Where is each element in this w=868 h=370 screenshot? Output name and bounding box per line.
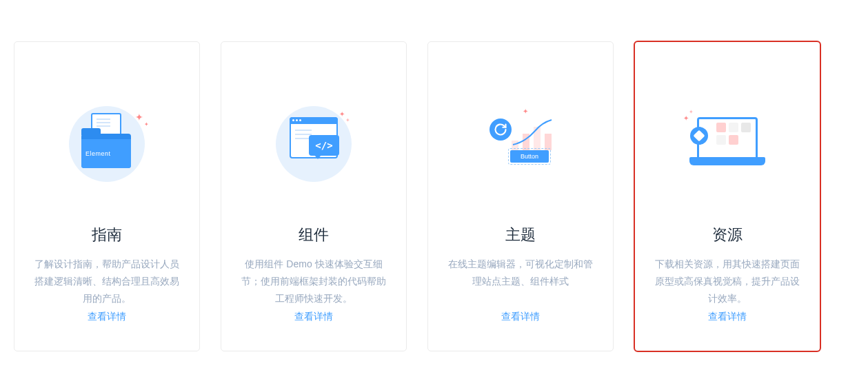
component-icon: </> ✦ ✦ <box>276 106 352 182</box>
card-theme-description: 在线主题编辑器，可视化定制和管理站点主题、组件样式 <box>442 256 599 290</box>
resource-icon: ✦ ✦ <box>686 106 769 182</box>
theme-button-label: Button <box>521 153 538 160</box>
code-tag-label: </> <box>315 140 332 151</box>
card-theme[interactable]: Button ✦ 主题 在线主题编辑器，可视化定制和管理站点主题、组件样式 查看… <box>427 41 614 351</box>
guide-folder-label: Element <box>85 150 111 157</box>
card-theme-link[interactable]: 查看详情 <box>501 311 540 323</box>
theme-icon: Button ✦ <box>483 106 558 182</box>
card-theme-title: 主题 <box>505 225 536 245</box>
card-guide[interactable]: Element ✦ ✦ 指南 了解设计指南，帮助产品设计人员搭建逻辑清晰、结构合… <box>14 41 200 351</box>
card-component-link[interactable]: 查看详情 <box>294 311 333 323</box>
card-resource[interactable]: ✦ ✦ 资源 下载相关资源，用其快速搭建页面原型或高保真视觉稿，提升产品设计效率… <box>634 41 820 351</box>
card-resource-title: 资源 <box>712 225 743 245</box>
card-resource-description: 下载相关资源，用其快速搭建页面原型或高保真视觉稿，提升产品设计效率。 <box>649 256 806 308</box>
refresh-icon <box>489 119 512 141</box>
card-guide-title: 指南 <box>92 225 122 245</box>
card-component-title: 组件 <box>299 225 329 245</box>
guide-icon: Element ✦ ✦ <box>69 106 145 182</box>
diamond-icon <box>690 127 708 145</box>
card-guide-description: 了解设计指南，帮助产品设计人员搭建逻辑清晰、结构合理且高效易用的产品。 <box>28 256 185 308</box>
card-guide-link[interactable]: 查看详情 <box>88 311 126 323</box>
card-resource-link[interactable]: 查看详情 <box>708 311 747 323</box>
card-component-description: 使用组件 Demo 快速体验交互细节；使用前端框架封装的代码帮助工程师快速开发。 <box>235 256 392 308</box>
cards-container: Element ✦ ✦ 指南 了解设计指南，帮助产品设计人员搭建逻辑清晰、结构合… <box>14 41 854 351</box>
card-component[interactable]: </> ✦ ✦ 组件 使用组件 Demo 快速体验交互细节；使用前端框架封装的代… <box>221 41 407 351</box>
